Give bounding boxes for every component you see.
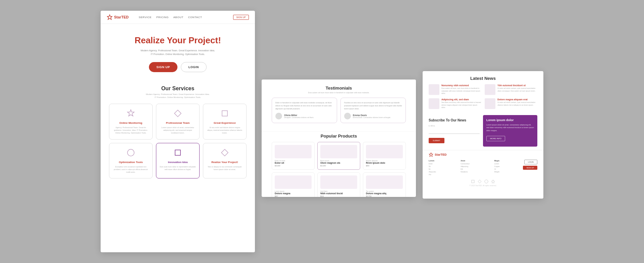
news-item-text-1: Ut enim ad minim veniam, quis nostrud ex… [497, 87, 537, 92]
news-item-title-2: Adipiscing elit, sed diam [441, 98, 481, 101]
nav-service[interactable]: SERVICE [139, 16, 151, 19]
news-item-title-1: Ybh euismod tincidunt ut [497, 84, 537, 87]
mid-panel: Testimonials Duis autem vel eum iriure d… [262, 80, 416, 197]
news-item-text-3: Ut enim ad minim veniam, quis nostrud ex… [497, 101, 537, 106]
footer-col-item-0-3: Aliquantis [429, 171, 459, 173]
product-card-4[interactable]: And them Nibh euismod tincid $10 [317, 172, 360, 197]
product-price-5: $3750 [366, 195, 403, 197]
services-subtitle: Modern Agency. Professional Team. Great … [109, 93, 247, 99]
testimonial-card-0: Dolor in hendrerit in vulputate velit es… [272, 98, 337, 123]
nav-pricing[interactable]: PRICING [156, 16, 169, 19]
service-name-realize: Realize Your Project! [207, 161, 243, 164]
product-card-1[interactable]: Brem ipsum Olore magnon ols $1150 [317, 142, 360, 170]
testimonial-author-0: Olivia Miller Designer. Consectetur dolo… [275, 113, 333, 119]
footer-col-item-1-0: Consectetur [461, 163, 493, 165]
testimonials-section: Testimonials Duis autem vel eum iriure d… [262, 80, 416, 131]
service-name-innovation: Innovation Idea [160, 161, 196, 164]
subscribe-left: Subscribe To Our News E-MAIL SUBMIT [429, 115, 483, 147]
svg-point-4 [127, 149, 134, 156]
footer-col-title-1: Amet [461, 160, 493, 162]
svg-rect-8 [472, 180, 474, 183]
products-grid: Dolor sit amet Eolor sit $3190 Brem ipsu… [272, 142, 406, 197]
news-section: Latest News Nonummy nibh euismod Duis au… [423, 71, 543, 115]
author-role-1: Emma Davis. Consectetur dolores lorem at… [353, 116, 391, 118]
hero-signup-button[interactable]: SIGN UP [149, 62, 177, 72]
svg-point-10 [485, 180, 488, 183]
product-card-3[interactable]: Lorem ipsum Dolore magna $87 [272, 172, 315, 197]
testimonial-text-0: Dolor in hendrerit in vulputate velit es… [275, 101, 333, 110]
service-desc-realize: Nisi ut aliquip ex ea commodo consequat … [207, 165, 243, 171]
services-section: Our Services Modern Agency. Professional… [101, 79, 255, 186]
services-title: Our Services [109, 86, 247, 92]
product-name-4: Nibh euismod tincid [320, 192, 357, 195]
news-item-0: Nonummy nibh euismod Duis autem vel eum,… [429, 84, 481, 95]
author-avatar-1 [344, 113, 351, 119]
svg-marker-11 [491, 180, 495, 183]
product-card-2[interactable]: Magnis aliquam Rrem ipsum dolo $80 [363, 142, 406, 170]
hero-subtitle: Modern Agency. Professional Team. Great … [111, 49, 245, 56]
submit-button[interactable]: SUBMIT [429, 138, 444, 143]
footer-col-item-0-0: Dolor [429, 163, 459, 165]
nav-contact[interactable]: CONTACT [188, 16, 202, 19]
right-panel: Latest News Nonummy nibh euismod Duis au… [423, 71, 543, 199]
footer-col-item-0-4: Aut [429, 173, 459, 175]
testimonials-title: Testimonials [272, 86, 406, 91]
svg-marker-1 [127, 110, 134, 116]
svg-marker-0 [107, 15, 112, 19]
footer-col-item-1-1: Adipiscing [461, 165, 493, 167]
footer-right-col: LOGIN SIGN UP [523, 160, 537, 170]
hero-login-button[interactable]: LOGIN [181, 62, 207, 72]
news-content-2: Adipiscing elit, sed diam Sed diam nonum… [441, 98, 481, 109]
service-desc-monitoring: Agency. Professional Team. Great for gui… [113, 126, 149, 135]
more-info-button[interactable]: MORE INFO [486, 136, 505, 141]
news-item-text-0: Duis autem vel eum, cum iriure dolor in … [441, 87, 481, 95]
footer-icons [429, 179, 537, 183]
product-image-5 [366, 175, 403, 189]
product-name-2: Rrem ipsum dolo [366, 162, 403, 164]
nav-links: SERVICE PRICING ABOUT CONTACT [139, 16, 202, 19]
product-image-1 [320, 145, 357, 158]
star-icon [126, 109, 136, 118]
left-nav: StarTED SERVICE PRICING ABOUT CONTACT SI… [101, 11, 255, 24]
footer-col-item-0-1: Sit [429, 165, 459, 167]
product-price-3: $87 [275, 195, 312, 197]
footer-col-title-2: Magis [494, 160, 523, 162]
news-content-0: Nonummy nibh euismod Duis autem vel eum,… [441, 84, 481, 95]
service-desc-innovation: Duis aute irure dolor in reprenderit vol… [160, 165, 196, 171]
footer-signup-button[interactable]: SIGN UP [523, 166, 537, 170]
news-thumb-0 [429, 84, 439, 95]
nav-signup-button[interactable]: SIGN UP [233, 15, 249, 20]
product-name-5: Dolore magna aliq [366, 192, 403, 195]
email-input[interactable] [429, 129, 480, 134]
service-desc-optimization: Excepteur sint occaecat cupidatat non pr… [113, 165, 149, 174]
author-info-1: Emma Davis Emma Davis. Consectetur dolor… [353, 114, 391, 118]
footer-col-item-2-0: Lorem [494, 163, 523, 165]
product-card-5[interactable]: Ten autem Dolore magna aliq $3750 [363, 172, 406, 197]
nav-about[interactable]: ABOUT [173, 16, 183, 19]
author-avatar-0 [275, 113, 282, 119]
testimonial-author-1: Emma Davis Emma Davis. Consectetur dolor… [344, 113, 402, 119]
product-card-0[interactable]: Dolor sit amet Eolor sit $3190 [272, 142, 315, 170]
footer-col-item-2-1: Copper [494, 165, 523, 167]
service-card-realize: Realize Your Project! Nisi ut aliquip ex… [203, 143, 247, 179]
news-thumb-1 [485, 84, 495, 95]
news-item-2: Adipiscing elit, sed diam Sed diam nonum… [429, 98, 481, 109]
product-name-0: Eolor sit [275, 162, 312, 164]
footer-grid: Lorem Dolor Sit Ibi Aliquantis Aut Amet … [429, 160, 523, 176]
service-card-experience: Great Experience Ut eos enitri sed labor… [203, 104, 247, 140]
logo-icon [107, 14, 113, 20]
footer-diamond-icon [478, 179, 482, 183]
product-price-2: $80 [366, 165, 403, 167]
subscribe-section: Subscribe To Our News E-MAIL SUBMIT Lore… [429, 115, 537, 147]
circle-icon [126, 148, 136, 157]
left-panel: StarTED SERVICE PRICING ABOUT CONTACT SI… [101, 11, 255, 252]
product-price-1: $1150 [320, 165, 357, 167]
svg-rect-5 [175, 150, 180, 155]
footer-login-button[interactable]: LOGIN [524, 160, 537, 164]
subscribe-title: Subscribe To Our News [429, 118, 480, 122]
service-card-team: Professional Team Lorem ipsum dolor sit … [156, 104, 200, 140]
footer-col-1: Amet Consectetur Adipiscing Elit Notatio… [461, 160, 493, 176]
news-title: Latest News [429, 76, 537, 81]
svg-marker-2 [174, 110, 181, 117]
svg-rect-3 [222, 111, 227, 116]
